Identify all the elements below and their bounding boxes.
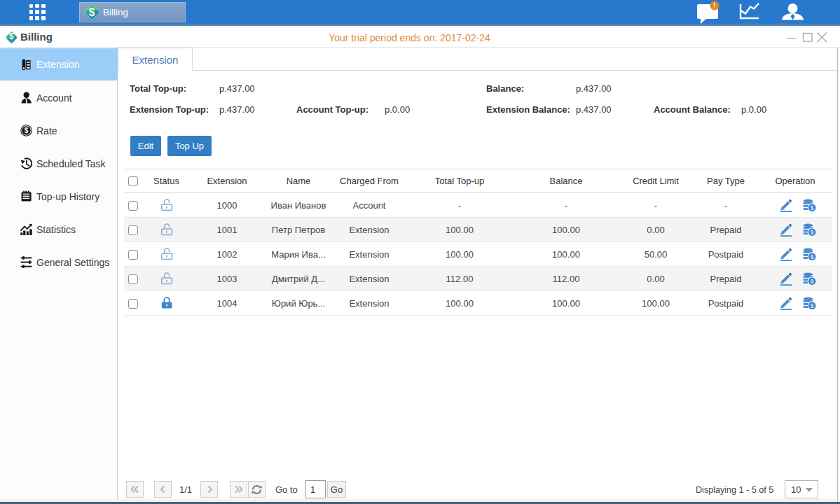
svg-text:$: $ xyxy=(810,253,813,260)
svg-text:$: $ xyxy=(25,127,29,134)
svg-text:$: $ xyxy=(810,228,813,235)
svg-text:$: $ xyxy=(810,302,813,309)
svg-text:!: ! xyxy=(713,2,715,10)
svg-text:$: $ xyxy=(810,204,813,211)
svg-text:$: $ xyxy=(810,277,813,284)
